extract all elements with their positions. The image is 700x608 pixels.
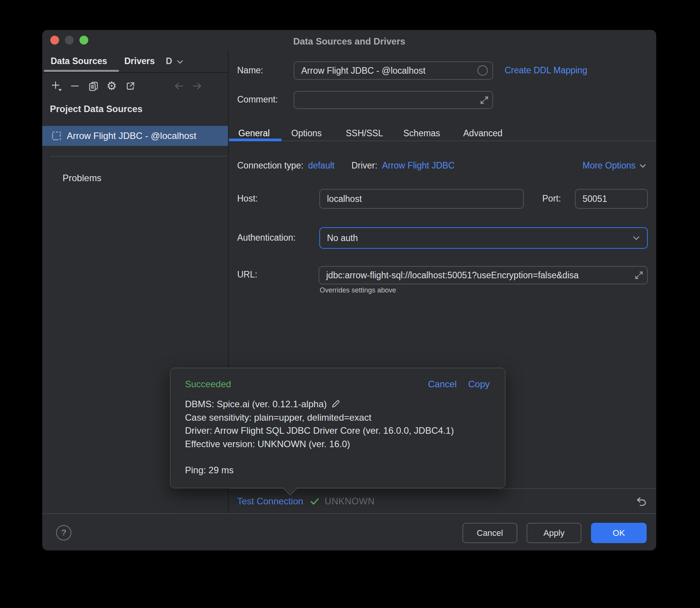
tab-ssh-ssl[interactable]: SSH/SSL — [346, 128, 383, 139]
name-value: Arrow Flight JDBC - @localhost — [301, 66, 426, 76]
connection-type-label: Connection type: — [237, 160, 304, 171]
tab-drivers[interactable]: Drivers — [124, 56, 155, 66]
data-sources-dialog: Data Sources and Drivers Data Sources Dr… — [42, 30, 656, 550]
tab-schemas[interactable]: Schemas — [403, 128, 440, 139]
name-label: Name: — [237, 65, 263, 76]
port-label: Port: — [542, 193, 561, 204]
data-source-icon — [51, 131, 61, 141]
test-connection-popup: Succeeded Cancel Copy DBMS: Spice.ai (ve… — [170, 368, 505, 488]
back-arrow-icon[interactable] — [172, 79, 186, 93]
edit-icon[interactable] — [331, 399, 341, 409]
host-input[interactable]: localhost — [319, 189, 524, 209]
url-value: jdbc:arrow-flight-sql://localhost:50051?… — [326, 270, 579, 281]
connection-status-value: UNKNOWN — [325, 496, 375, 507]
driver-label: Driver: — [352, 160, 378, 171]
add-icon[interactable] — [50, 79, 63, 93]
gear-icon[interactable]: ⚙ — [105, 79, 119, 93]
undo-icon[interactable] — [635, 495, 648, 508]
comment-input[interactable] — [294, 91, 493, 109]
popup-status: Succeeded — [185, 379, 231, 390]
authentication-value: No auth — [327, 233, 358, 243]
name-input[interactable]: Arrow Flight JDBC - @localhost — [294, 61, 493, 80]
duplicate-icon[interactable] — [86, 79, 100, 93]
tab-general[interactable]: General — [238, 128, 270, 139]
chevron-down-icon — [639, 162, 647, 170]
export-icon[interactable] — [123, 79, 137, 93]
chevron-down-icon[interactable] — [176, 58, 184, 68]
data-source-name: Arrow Flight JDBC - @localhost — [67, 131, 196, 141]
success-check-icon — [309, 496, 320, 507]
active-form-tab-indicator — [229, 139, 282, 141]
problems-section-label[interactable]: Problems — [63, 173, 101, 183]
comment-label: Comment: — [237, 94, 278, 105]
test-connection-link[interactable]: Test Connection — [237, 496, 303, 507]
dbms-text: DBMS: Spice.ai (ver. 0.12.1-alpha) — [185, 399, 327, 409]
create-ddl-mapping-link[interactable]: Create DDL Mapping — [505, 65, 587, 76]
ping-line: Ping: 29 ms — [185, 464, 490, 477]
remove-icon[interactable] — [68, 79, 82, 93]
popup-body: DBMS: Spice.ai (ver. 0.12.1-alpha) Case … — [185, 398, 490, 477]
dialog-footer: ? Cancel Apply OK — [42, 513, 656, 550]
tabstrip-divider — [42, 72, 228, 73]
ok-button[interactable]: OK — [591, 523, 647, 543]
active-tab-indicator — [44, 70, 119, 72]
expand-icon[interactable] — [634, 270, 644, 280]
effective-version-line: Effective version: UNKNOWN (ver. 16.0) — [185, 438, 490, 451]
authentication-select[interactable]: No auth — [319, 227, 648, 249]
popup-cancel-link[interactable]: Cancel — [428, 379, 457, 390]
expand-icon[interactable] — [479, 95, 489, 105]
driver-value-link[interactable]: Arrow Flight JDBC — [382, 160, 454, 171]
connection-type-value-link[interactable]: default — [308, 160, 335, 171]
chevron-down-icon — [632, 233, 641, 243]
cancel-button[interactable]: Cancel — [462, 523, 517, 543]
case-sensitivity-line: Case sensitivity: plain=upper, delimited… — [185, 411, 490, 425]
host-label: Host: — [237, 193, 258, 204]
more-options-link[interactable]: More Options — [583, 160, 647, 171]
tab-advanced[interactable]: Advanced — [463, 128, 502, 139]
forward-arrow-icon[interactable] — [190, 79, 204, 93]
popup-header: Succeeded Cancel Copy — [185, 379, 490, 390]
url-label: URL: — [237, 269, 257, 280]
connection-type-row: Connection type: default Driver: Arrow F… — [237, 160, 455, 171]
form-tabs-divider — [229, 140, 656, 141]
authentication-label: Authentication: — [237, 233, 296, 243]
project-data-sources-heading: Project Data Sources — [50, 104, 142, 114]
host-value: localhost — [327, 194, 362, 204]
data-source-list-item[interactable]: Arrow Flight JDBC - @localhost — [42, 126, 228, 146]
dbms-line: DBMS: Spice.ai (ver. 0.12.1-alpha) — [185, 398, 490, 411]
url-input[interactable]: jdbc:arrow-flight-sql://localhost:50051?… — [319, 266, 648, 284]
help-icon[interactable]: ? — [56, 525, 71, 540]
url-hint: Overrides settings above — [320, 286, 396, 294]
more-options-label: More Options — [583, 160, 636, 171]
tab-options[interactable]: Options — [291, 128, 322, 139]
popup-copy-link[interactable]: Copy — [468, 379, 490, 390]
port-value: 50051 — [583, 194, 607, 204]
driver-line: Driver: Arrow Flight SQL JDBC Driver Cor… — [185, 424, 490, 438]
screen: Data Sources and Drivers Data Sources Dr… — [0, 0, 700, 608]
dialog-title: Data Sources and Drivers — [42, 36, 656, 47]
tab-overflow[interactable]: D — [166, 56, 172, 66]
sidebar-divider — [50, 156, 228, 157]
loading-circle-icon — [477, 65, 488, 76]
port-input[interactable]: 50051 — [575, 189, 648, 209]
apply-button[interactable]: Apply — [527, 523, 581, 543]
tab-data-sources[interactable]: Data Sources — [51, 56, 107, 66]
